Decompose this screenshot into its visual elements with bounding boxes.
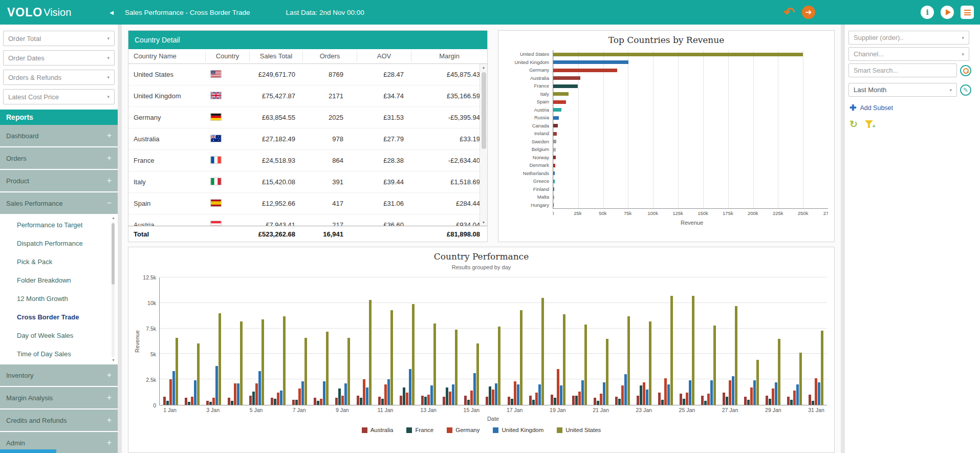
filter-order-total[interactable]: Order Total▾ <box>3 31 115 46</box>
legend-item-france[interactable]: France <box>406 427 433 433</box>
bar-france[interactable] <box>295 400 298 405</box>
bar-germany[interactable] <box>427 395 430 405</box>
bar-australia[interactable] <box>292 400 295 405</box>
expand-icon[interactable]: + <box>107 416 112 425</box>
bar-germany[interactable] <box>600 394 602 405</box>
bar-germany[interactable] <box>686 393 688 405</box>
table-row-united-states[interactable]: United States£249,671.708769£28.47£45,87… <box>128 64 487 85</box>
bar-united-states[interactable] <box>176 338 178 405</box>
sidebar-subitem-cross-border-trade[interactable]: Cross Border Trade <box>0 308 118 327</box>
bar-germany[interactable] <box>514 381 516 405</box>
bar-united-kingdom[interactable] <box>689 380 691 405</box>
scroll-up-icon[interactable]: ▲ <box>111 216 116 221</box>
bar-australia[interactable] <box>744 397 747 405</box>
bar-united-states[interactable] <box>756 360 759 405</box>
table-row-united-kingdom[interactable]: United Kingdom£75,427.872171£34.74£35,16… <box>128 85 487 107</box>
bar-australia[interactable] <box>163 397 166 405</box>
edit-period-button[interactable]: ✎ <box>960 84 971 96</box>
bar-united-kingdom[interactable] <box>323 381 325 405</box>
bar-united-kingdom[interactable] <box>624 374 627 405</box>
bar-united-states[interactable] <box>713 326 716 405</box>
bar-united-kingdom[interactable] <box>560 385 562 405</box>
bar-germany[interactable] <box>535 393 538 405</box>
bar-united-states[interactable] <box>197 343 200 405</box>
bar-germany[interactable] <box>255 383 258 405</box>
expand-icon[interactable]: + <box>107 393 112 402</box>
bar-united-states[interactable] <box>304 338 307 405</box>
bar-united-states[interactable] <box>283 316 286 405</box>
bar-france[interactable] <box>446 387 448 405</box>
bar-germany[interactable] <box>815 378 817 405</box>
collapse-icon[interactable]: − <box>107 199 112 208</box>
bar-united-kingdom[interactable] <box>538 384 541 405</box>
column-header-country-name[interactable]: Country Name <box>128 51 205 61</box>
column-header-orders[interactable]: Orders <box>302 51 357 61</box>
bar-germany[interactable] <box>553 69 617 72</box>
bar-france[interactable] <box>704 401 707 405</box>
scroll-down-icon[interactable]: ▼ <box>480 221 487 224</box>
search-button[interactable] <box>960 65 971 76</box>
bar-australia[interactable] <box>723 393 725 405</box>
bar-france[interactable] <box>726 397 728 405</box>
sidebar-subitem-dispatch-performance[interactable]: Dispatch Performance <box>0 234 118 253</box>
bar-germany[interactable] <box>363 379 365 405</box>
bar-germany[interactable] <box>557 369 559 405</box>
bar-spain[interactable] <box>553 100 566 104</box>
bar-denmark[interactable] <box>553 164 555 167</box>
bar-finland[interactable] <box>553 187 554 191</box>
forward-arrow-icon[interactable]: ➔ <box>802 6 815 19</box>
bar-germany[interactable] <box>793 391 796 405</box>
bar-united-kingdom[interactable] <box>495 383 497 405</box>
bar-australia[interactable] <box>357 396 359 405</box>
bar-united-states[interactable] <box>649 321 651 405</box>
bar-united-states[interactable] <box>778 339 780 405</box>
bar-sweden[interactable] <box>553 140 556 143</box>
bar-australia[interactable] <box>809 395 811 405</box>
bar-france[interactable] <box>231 401 233 405</box>
sidebar-subitem-performance-to-target[interactable]: Performance to Target <box>0 216 118 234</box>
bar-united-kingdom[interactable] <box>237 383 239 405</box>
bar-germany[interactable] <box>234 383 236 405</box>
bar-russia[interactable] <box>553 116 559 120</box>
bar-france[interactable] <box>554 398 556 405</box>
filter-funnel-button[interactable]: + <box>865 120 873 128</box>
bar-germany[interactable] <box>298 389 301 405</box>
scroll-up-icon[interactable]: ▲ <box>480 66 487 69</box>
bar-united-kingdom[interactable] <box>387 379 390 405</box>
bar-france[interactable] <box>489 386 491 405</box>
menu-icon[interactable] <box>961 6 974 19</box>
back-arrow-icon[interactable]: ↶ <box>782 6 796 19</box>
legend-item-united-kingdom[interactable]: United Kingdom <box>493 427 543 433</box>
bar-france[interactable] <box>747 400 750 405</box>
bar-hungary[interactable] <box>553 203 554 207</box>
bar-australia[interactable] <box>637 396 639 405</box>
bar-australia[interactable] <box>464 396 467 405</box>
bar-united-kingdom[interactable] <box>517 384 519 405</box>
bar-australia[interactable] <box>443 397 445 405</box>
bar-australia[interactable] <box>206 401 209 405</box>
bar-australia[interactable] <box>766 396 768 405</box>
bar-united-states[interactable] <box>799 353 802 405</box>
bar-australia[interactable] <box>486 397 488 405</box>
table-row-germany[interactable]: Germany£63,854.552025£31.53-£5,395.94 <box>128 107 487 128</box>
bar-malta[interactable] <box>553 196 554 199</box>
table-row-australia[interactable]: Australia£27,182.49978£27.79£33.19 <box>128 128 487 150</box>
table-row-italy[interactable]: Italy£15,420.08391£39.44£1,518.69 <box>128 171 487 193</box>
info-icon[interactable]: i <box>921 6 934 19</box>
column-header-aov[interactable]: AOV <box>357 51 411 61</box>
legend-item-united-states[interactable]: United States <box>557 427 601 433</box>
sidebar-item-margin-analysis[interactable]: Margin Analysis+ <box>0 387 118 409</box>
bar-germany[interactable] <box>341 396 344 405</box>
bar-france[interactable] <box>553 84 578 88</box>
bar-australia[interactable] <box>701 396 704 405</box>
sidebar-item-sales-performance[interactable]: Sales Performance− <box>0 192 118 215</box>
bar-france[interactable] <box>769 399 771 405</box>
legend-item-australia[interactable]: Australia <box>362 427 394 433</box>
bar-united-kingdom[interactable] <box>553 60 628 64</box>
bar-united-states[interactable] <box>476 343 479 405</box>
bar-canada[interactable] <box>553 124 558 127</box>
bar-united-kingdom[interactable] <box>280 391 282 405</box>
bar-france[interactable] <box>338 389 341 405</box>
bar-france[interactable] <box>597 401 599 405</box>
expand-icon[interactable]: + <box>107 154 112 163</box>
